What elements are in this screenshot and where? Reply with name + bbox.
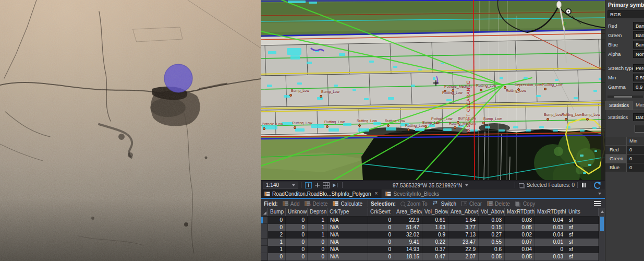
cell-area_above[interactable]: 23.47 [448,239,479,246]
tab-list-chevron-icon[interactable] [598,193,601,195]
tab-severityinfo-blocks[interactable]: SeverityInfo_Blocks [382,189,443,198]
cell-crksevrt[interactable]: 0 [368,224,394,231]
tab-statistics[interactable]: Statistics [605,101,633,110]
stats-row-green[interactable]: Green0 [605,155,644,163]
cell-area_above[interactable]: 1.64 [448,217,479,224]
hscroll-thumb[interactable] [614,96,632,98]
table-row[interactable]: 100N/A09.410.2223.470.550.070.01sf [261,239,605,246]
scroll-up-icon[interactable] [601,210,604,213]
cell-area_below[interactable]: 22.9 [394,217,422,224]
row-selector[interactable] [261,224,268,231]
cell-maxrtdpthl[interactable]: 0.05 [505,253,535,260]
row-selector[interactable] [261,217,268,224]
cell-maxrtdpthl[interactable]: 0.05 [505,224,535,231]
cell-crktype[interactable]: N/A [327,246,368,253]
playback-icon[interactable] [332,182,338,188]
row-selector[interactable] [261,253,268,260]
close-tab-icon[interactable] [375,191,378,196]
cell-maxrtdpthr[interactable]: 0.04 [535,231,566,239]
scale-selector[interactable]: 1:140 [263,182,298,189]
cell-maxrtdpthr[interactable]: 0 [535,246,566,253]
band-blue-dropdown[interactable]: Band [633,41,644,49]
cell-area_above[interactable]: 3.77 [448,224,479,231]
column-header-crktype[interactable]: CrkType [327,208,368,216]
min-dropdown[interactable]: 0.50 [633,74,644,81]
cell-deprsn[interactable]: 0 [308,239,327,246]
cell-deprsn[interactable]: 0 [308,253,327,260]
scrollbar-thumb[interactable] [600,217,604,231]
cell-unknown[interactable]: 0 [286,217,308,224]
cell-units[interactable]: sf [566,246,599,253]
cell-units[interactable]: sf [566,231,599,239]
cell-bump[interactable]: 0 [268,224,286,231]
cell-crksevrt[interactable]: 0 [368,239,394,246]
band-alpha-dropdown[interactable]: None [633,50,644,58]
cell-deprsn[interactable]: 1 [308,224,327,231]
statistics-source-dropdown[interactable]: Dat [633,113,644,121]
stats-row-blue[interactable]: Blue0 [605,163,644,172]
cell-units[interactable]: sf [566,224,599,231]
tab-mask[interactable]: Mask [633,101,644,110]
cell-area_below[interactable]: 32.02 [394,231,422,239]
cell-area_below[interactable]: 14.93 [394,246,422,253]
cell-vol_above[interactable]: 0.15 [479,224,505,231]
cell-crktype[interactable]: N/A [327,231,368,239]
tab-roadcondition-polygon[interactable]: RoadConditon.RoadBlo...ShpInfo_Polygon [261,189,382,198]
cell-maxrtdpthr[interactable]: 0.01 [535,239,566,246]
cell-units[interactable]: sf [566,253,599,260]
row-selector[interactable] [261,231,268,239]
column-header-vol_above[interactable]: Vol_Above [479,208,505,216]
cell-maxrtdpthl[interactable]: 0.04 [505,246,535,253]
cell-area_below[interactable]: 51.47 [394,224,422,231]
renderer-dropdown[interactable]: RGB [607,10,644,18]
cell-bump[interactable]: 0 [268,253,286,260]
gamma-dropdown[interactable]: 0.9 [633,83,644,91]
cell-crktype[interactable]: N/A [327,253,368,260]
cell-vol_above[interactable]: 0.03 [479,217,505,224]
cell-area_below[interactable]: 9.41 [394,239,422,246]
cell-vol_below[interactable]: 0.22 [422,239,448,246]
cell-units[interactable]: sf [566,217,599,224]
panel-horizontal-scrollbar[interactable] [607,96,643,98]
cell-unknown[interactable]: 0 [286,224,308,231]
cell-maxrtdpthr[interactable]: 0.04 [535,217,566,224]
column-header-area_below[interactable]: Area_Below [394,208,422,216]
cell-vol_below[interactable]: 0.9 [422,231,448,239]
cell-maxrtdpthl[interactable]: 0.07 [505,239,535,246]
column-header-area_above[interactable]: Area_Above [448,208,479,216]
stretch-type-dropdown[interactable]: Perc [633,64,644,72]
cell-unknown[interactable]: 0 [286,239,308,246]
refresh-icon[interactable] [594,182,601,189]
snapping-toggle-icon[interactable] [305,182,312,188]
coordinates-display[interactable]: 97.5365329°W 35.5219926°N [393,181,468,190]
column-header-vol_below[interactable]: Vol_Below [422,208,448,216]
table-row[interactable]: 100N/A014.930.3722.90.60.040sf [261,246,605,253]
cell-deprsn[interactable]: 0 [308,246,327,253]
cell-vol_above[interactable]: 0.27 [479,231,505,239]
table-row[interactable]: 201N/A032.020.97.130.270.020.04sf [261,231,605,239]
cell-crktype[interactable]: N/A [327,217,368,224]
cell-deprsn[interactable]: 1 [308,217,327,224]
cell-crktype[interactable]: N/A [327,239,368,246]
column-header-maxrtdpthr[interactable]: MaxRTDpthR [535,208,566,216]
cell-units[interactable]: sf [566,239,599,246]
cell-maxrtdpthr[interactable]: 0.03 [535,224,566,231]
cell-crksevrt[interactable]: 0 [368,231,394,239]
cell-vol_above[interactable]: 0.05 [479,253,505,260]
map-view[interactable]: 20.55 FT CLEARANCE P Bump_LowBump_LowPot… [261,0,605,180]
column-header-crksevrt[interactable]: CrkSevrt [368,208,394,216]
cell-vol_below[interactable]: 0.61 [422,217,448,224]
cell-crksevrt[interactable]: 0 [368,253,394,260]
cell-maxrtdpthl[interactable]: 0.02 [505,231,535,239]
table-row[interactable]: 000N/A018.150.472.070.050.050.03sf [261,253,605,260]
select-all-corner[interactable] [261,208,268,216]
cell-vol_below[interactable]: 1.63 [422,224,448,231]
cell-area_above[interactable]: 7.13 [448,231,479,239]
cell-bump[interactable]: 1 [268,246,286,253]
stats-row-red[interactable]: Red0 [605,146,644,155]
table-row[interactable]: 001N/A051.471.633.770.150.050.03sf [261,224,605,231]
cell-crksevrt[interactable]: 0 [368,217,394,224]
cell-maxrtdpthr[interactable]: 0.03 [535,253,566,260]
cell-area_above[interactable]: 2.07 [448,253,479,260]
cell-unknown[interactable]: 0 [286,246,308,253]
